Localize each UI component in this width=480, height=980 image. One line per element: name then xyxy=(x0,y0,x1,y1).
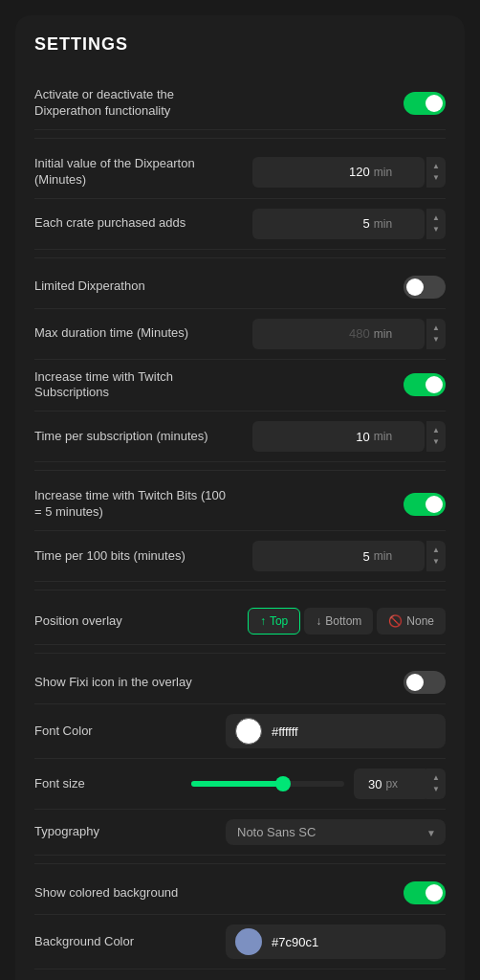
font-size-spinners: ▲ ▼ xyxy=(426,768,446,799)
crate-adds-unit: min xyxy=(374,217,392,231)
font-color-swatch[interactable] xyxy=(235,718,262,745)
time-per-bits-number: 5 xyxy=(363,549,370,564)
position-none-btn[interactable]: 🚫 None xyxy=(377,608,446,635)
crate-adds-display[interactable]: 5 min xyxy=(252,209,425,239)
font-size-label: Font size xyxy=(34,776,85,792)
typography-label: Typography xyxy=(34,824,99,840)
dixperathon-toggle-switch[interactable] xyxy=(404,92,446,115)
crate-adds-number: 5 xyxy=(363,216,370,231)
initial-value-label: Initial value of the Dixpearton (Minutes… xyxy=(34,156,226,189)
time-per-bits-unit: min xyxy=(374,549,392,563)
font-size-control: 30 px ▲ ▼ xyxy=(191,768,446,799)
position-top-icon: ↑ xyxy=(260,614,266,628)
font-color-label: Font Color xyxy=(34,724,93,740)
crate-adds-down[interactable]: ▼ xyxy=(426,224,446,235)
initial-value-display[interactable]: 120 min xyxy=(252,157,425,188)
max-duration-spinners: ▲ ▼ xyxy=(426,319,446,349)
font-size-number: 30 xyxy=(368,777,382,791)
font-color-control[interactable]: #ffffff xyxy=(226,714,446,748)
show-fixi-label: Show Fixi icon in the overlay xyxy=(34,675,192,691)
font-size-thumb[interactable] xyxy=(275,776,291,791)
time-per-bits-up[interactable]: ▲ xyxy=(426,545,446,556)
font-size-up[interactable]: ▲ xyxy=(426,772,446,784)
page-title: SETTINGS xyxy=(34,34,446,55)
position-none-icon: 🚫 xyxy=(388,614,403,628)
position-bottom-label: Bottom xyxy=(325,614,361,628)
initial-value-down[interactable]: ▼ xyxy=(426,172,446,184)
time-per-sub-spinners: ▲ ▼ xyxy=(426,421,446,452)
bg-color-control[interactable]: #7c90c1 xyxy=(226,924,446,959)
show-bg-label: Show colored background xyxy=(34,885,178,902)
twitch-bits-label: Increase time with Twitch Bits (100 = 5 … xyxy=(34,488,226,521)
show-fixi-switch[interactable] xyxy=(404,671,446,694)
twitch-bits-switch[interactable] xyxy=(404,493,446,516)
max-duration-label: Max duration time (Minutes) xyxy=(34,325,188,342)
show-fixi-toggle[interactable] xyxy=(404,671,446,694)
twitch-subs-switch[interactable] xyxy=(404,373,446,396)
limited-dixperathon-label: Limited Dixperathon xyxy=(34,278,145,295)
time-per-sub-number: 10 xyxy=(356,430,369,444)
bg-color-swatch[interactable] xyxy=(235,928,262,955)
crate-adds-spinners: ▲ ▼ xyxy=(426,209,446,239)
twitch-bits-toggle[interactable] xyxy=(404,493,446,516)
initial-value-control: 120 min ▲ ▼ xyxy=(252,157,446,188)
font-color-hex: #ffffff xyxy=(272,724,298,739)
font-size-value-row: 30 px ▲ ▼ xyxy=(354,768,446,799)
max-duration-display[interactable]: 480 min xyxy=(252,319,425,349)
initial-value-number: 120 xyxy=(349,165,370,179)
time-per-bits-control: 5 min ▲ ▼ xyxy=(252,541,446,571)
position-none-label: None xyxy=(406,614,434,628)
position-bottom-icon: ↓ xyxy=(316,614,321,628)
dixperathon-toggle-label: Activate or deactivate the Dixperathon f… xyxy=(34,87,226,120)
twitch-subs-toggle[interactable] xyxy=(404,373,446,396)
twitch-subs-label: Increase time with Twitch Subscriptions xyxy=(34,369,226,402)
crate-adds-label: Each crate purchased adds xyxy=(34,215,185,232)
position-overlay-label: Position overlay xyxy=(34,613,122,630)
crate-adds-control: 5 min ▲ ▼ xyxy=(252,209,446,239)
time-per-sub-down[interactable]: ▼ xyxy=(426,436,446,448)
max-duration-control: 480 min ▲ ▼ xyxy=(252,319,446,349)
font-size-unit: px xyxy=(385,777,398,791)
max-duration-up[interactable]: ▲ xyxy=(426,323,446,334)
font-size-fill xyxy=(191,781,283,787)
time-per-bits-label: Time per 100 bits (minutes) xyxy=(34,548,185,565)
max-duration-unit: min xyxy=(374,327,392,341)
time-per-sub-label: Time per subscription (minutes) xyxy=(34,429,208,445)
initial-value-up[interactable]: ▲ xyxy=(426,161,446,172)
position-selector: ↑ Top ↓ Bottom 🚫 None xyxy=(248,608,446,635)
time-per-sub-control: 10 min ▲ ▼ xyxy=(252,421,446,452)
crate-adds-up[interactable]: ▲ xyxy=(426,212,446,224)
bg-color-label: Background Color xyxy=(34,934,134,950)
position-bottom-btn[interactable]: ↓ Bottom xyxy=(304,608,373,635)
font-size-display[interactable]: 30 px xyxy=(354,768,430,799)
position-top-btn[interactable]: ↑ Top xyxy=(248,608,300,635)
position-top-label: Top xyxy=(270,614,288,628)
bg-color-hex: #7c90c1 xyxy=(272,935,318,949)
typography-select[interactable]: Noto Sans SC Arial Roboto xyxy=(226,819,446,845)
initial-value-unit: min xyxy=(374,166,392,179)
typography-dropdown-wrap[interactable]: Noto Sans SC Arial Roboto xyxy=(226,819,446,845)
max-duration-down[interactable]: ▼ xyxy=(426,334,446,345)
show-bg-switch[interactable] xyxy=(404,881,446,904)
limited-dixperathon-switch[interactable] xyxy=(404,276,446,299)
font-size-track[interactable] xyxy=(191,781,344,787)
time-per-sub-up[interactable]: ▲ xyxy=(426,425,446,436)
dixperathon-toggle[interactable] xyxy=(404,92,446,115)
limited-dixperathon-toggle[interactable] xyxy=(404,276,446,299)
time-per-bits-spinners: ▲ ▼ xyxy=(426,541,446,571)
initial-value-spinners: ▲ ▼ xyxy=(426,157,446,188)
max-duration-number: 480 xyxy=(349,326,370,341)
time-per-sub-display[interactable]: 10 min xyxy=(252,421,425,452)
time-per-bits-display[interactable]: 5 min xyxy=(252,541,425,571)
time-per-bits-down[interactable]: ▼ xyxy=(426,556,446,568)
time-per-sub-unit: min xyxy=(374,430,392,443)
font-size-down[interactable]: ▼ xyxy=(426,784,446,795)
show-bg-toggle[interactable] xyxy=(404,881,446,904)
